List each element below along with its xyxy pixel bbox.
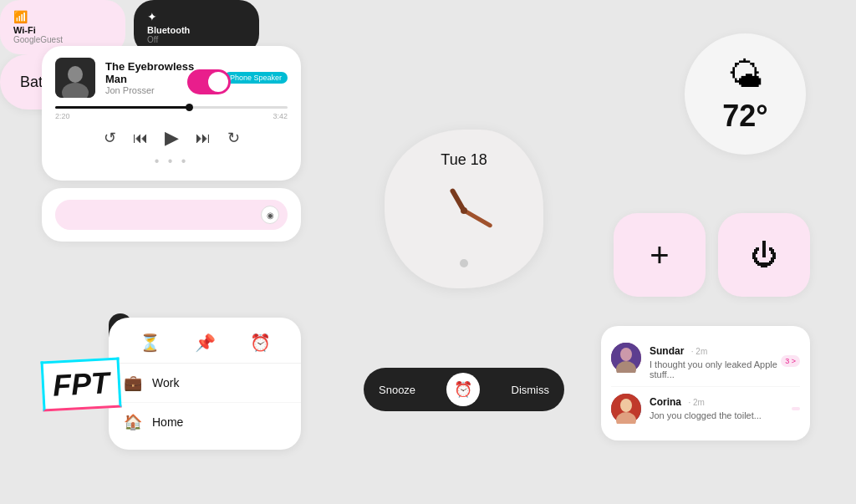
notif-avatar-corina [611, 394, 641, 424]
weather-icon: 🌤 [728, 55, 763, 95]
notif-content-sundar: Sundar · 2m I thought you only leaked Ap… [650, 343, 781, 379]
wifi-label: Wi-Fi [13, 25, 112, 35]
clock-face [431, 177, 497, 244]
launcher-icon-clock[interactable]: ⏰ [250, 333, 271, 353]
home-icon: 🏠 [124, 413, 142, 431]
notifications-widget: Sundar · 2m I thought you only leaked Ap… [601, 326, 810, 440]
music-controls: ↺ ⏮ ▶ ⏭ ↻ [55, 127, 288, 149]
repeat-button[interactable]: ↻ [227, 129, 240, 147]
music-dots: • • • [55, 154, 288, 169]
slider-widget: ◉ [42, 188, 301, 242]
weather-widget: 🌤 72° [685, 33, 806, 155]
notif-badge-corina [792, 407, 800, 410]
notification-item-corina[interactable]: Corina · 2m Jon you clogged the toilet..… [611, 387, 800, 430]
play-button[interactable]: ▶ [165, 127, 179, 149]
svg-point-1 [68, 66, 83, 83]
music-album-art [55, 58, 95, 98]
battery-toggle[interactable] [187, 69, 231, 94]
clock-center [461, 207, 467, 214]
notif-msg-sundar: I thought you only leaked Apple stuff... [650, 359, 781, 379]
clock-date: Tue 18 [441, 151, 487, 169]
alarm-icon[interactable]: ⏰ [446, 373, 480, 406]
notif-name-sundar: Sundar [650, 345, 684, 357]
add-icon: + [650, 237, 669, 274]
svg-point-4 [620, 348, 632, 361]
notif-content-corina: Corina · 2m Jon you clogged the toilet..… [650, 394, 792, 420]
replay-button[interactable]: ↺ [104, 129, 116, 147]
notif-avatar-sundar [611, 343, 641, 373]
launcher-icon-hourglass[interactable]: ⏳ [140, 333, 160, 353]
toggle-knob [208, 72, 228, 92]
wifi-icon: 📶 [13, 10, 112, 23]
launcher-icon-pin[interactable]: 📌 [195, 333, 216, 353]
bluetooth-icon: ✦ [147, 10, 246, 23]
work-icon: 💼 [124, 374, 142, 392]
music-progress[interactable]: 2:20 3:42 [55, 106, 288, 120]
slider-knob[interactable]: ◉ [261, 206, 279, 224]
notif-time-sundar: · 2m [691, 347, 707, 356]
notif-name-corina: Corina [650, 396, 681, 408]
time-total: 3:42 [273, 112, 288, 120]
launcher-icons-row: ⏳ 📌 ⏰ [109, 326, 301, 364]
slider-track[interactable]: ◉ [55, 200, 288, 230]
bluetooth-label: Bluetooth [147, 25, 246, 35]
prev-button[interactable]: ⏮ [133, 130, 148, 147]
notif-msg-corina: Jon you clogged the toilet... [650, 410, 792, 420]
clock-dot [460, 259, 468, 267]
minute-hand [463, 208, 492, 227]
fpt-logo: FPT [40, 358, 121, 412]
dismiss-button[interactable]: Dismiss [512, 384, 550, 396]
add-action-button[interactable]: + [614, 213, 706, 297]
notif-time-corina: · 2m [688, 398, 704, 407]
music-player-widget: The Eyebrowless Man Jon Prosser Phone Sp… [42, 46, 301, 181]
launcher-item-work[interactable]: 💼 Work [109, 364, 301, 403]
clock-widget: Tue 18 [385, 130, 543, 288]
time-current: 2:20 [55, 112, 70, 120]
music-output-badge: Phone Speaker [224, 72, 288, 84]
snooze-button[interactable]: Snooze [379, 384, 415, 396]
svg-point-7 [620, 399, 632, 412]
launcher-item-home[interactable]: 🏠 Home [109, 403, 301, 441]
work-label: Work [152, 376, 179, 389]
power-icon: ⏻ [751, 240, 777, 271]
app-launcher-widget: ⏳ 📌 ⏰ 💼 Work 🏠 Home [109, 318, 301, 450]
next-button[interactable]: ⏭ [196, 130, 211, 147]
power-action-button[interactable]: ⏻ [718, 213, 810, 297]
notification-item-sundar[interactable]: Sundar · 2m I thought you only leaked Ap… [611, 336, 800, 387]
fpt-text: FPT [52, 365, 110, 403]
bluetooth-status: Off [147, 35, 246, 44]
home-label: Home [152, 415, 183, 429]
wifi-network: GoogleGuest [13, 35, 112, 44]
alarm-widget: Snooze ⏰ Dismiss [364, 368, 564, 411]
progress-fill [55, 106, 190, 109]
weather-temperature: 72° [722, 99, 767, 134]
notif-badge-sundar[interactable]: 3 > [781, 355, 800, 367]
